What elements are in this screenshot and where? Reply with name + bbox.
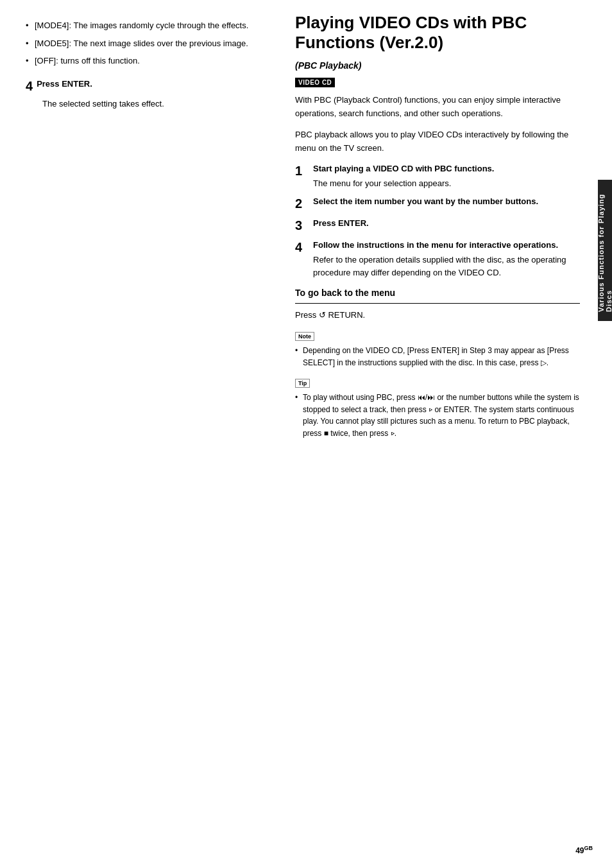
divider: [295, 303, 580, 304]
note-text: Depending on the VIDEO CD, [Press ENTER]…: [295, 345, 580, 369]
step4-number: 4: [26, 79, 33, 94]
step-heading-3: Press ENTER.: [313, 218, 580, 229]
left-column: [MODE4]: The images randomly cycle throu…: [0, 0, 282, 868]
step-desc-4: Refer to the operation details supplied …: [313, 254, 580, 279]
step-item-3: 3 Press ENTER.: [295, 218, 580, 233]
step-heading-2: Select the item number you want by the n…: [313, 196, 580, 207]
step-item-4: 4 Follow the instructions in the menu fo…: [295, 239, 580, 279]
back-to-menu-heading: To go back to the menu: [295, 288, 580, 298]
intro-text-1: With PBC (Playback Control) functions, y…: [295, 94, 580, 121]
step4-body: The selected setting takes effect.: [42, 98, 263, 110]
return-text: Press ↺ RETURN.: [295, 310, 365, 320]
tip-section: Tip To play without using PBC, press ⏮/⏭…: [295, 378, 580, 439]
step-num-1: 1: [295, 163, 309, 178]
return-line: Press ↺ RETURN.: [295, 309, 580, 322]
steps-section: 1 Start playing a VIDEO CD with PBC func…: [295, 163, 580, 279]
video-cd-badge: VIDEO CD: [295, 78, 335, 87]
left-step4: 4 Press ENTER. The selected setting take…: [26, 79, 263, 110]
step-content-2: Select the item number you want by the n…: [313, 196, 580, 210]
right-column: Playing VIDEO CDs with PBC Functions (Ve…: [282, 0, 612, 868]
list-item: [OFF]: turns off this function.: [26, 55, 263, 67]
page-container: [MODE4]: The images randomly cycle throu…: [0, 0, 612, 868]
page-num-value: 49: [575, 846, 584, 855]
step-content-3: Press ENTER.: [313, 218, 580, 232]
page-title: Playing VIDEO CDs with PBC Functions (Ve…: [295, 13, 580, 53]
tip-text: To play without using PBC, press ⏮/⏭ or …: [295, 392, 580, 439]
intro-text-2: PBC playback allows you to play VIDEO CD…: [295, 128, 580, 155]
bullet-list: [MODE4]: The images randomly cycle throu…: [26, 19, 263, 67]
note-section: Note Depending on the VIDEO CD, [Press E…: [295, 331, 580, 369]
step-item-1: 1 Start playing a VIDEO CD with PBC func…: [295, 163, 580, 190]
subtitle: (PBC Playback): [295, 60, 580, 71]
tip-label: Tip: [295, 379, 310, 388]
page-suffix: GB: [584, 845, 593, 851]
list-item: [MODE4]: The images randomly cycle throu…: [26, 19, 263, 32]
step-num-4: 4: [295, 239, 309, 255]
step-item-2: 2 Select the item number you want by the…: [295, 196, 580, 211]
step-content-4: Follow the instructions in the menu for …: [313, 239, 580, 279]
step4-title: Press ENTER.: [37, 79, 92, 89]
step-content-1: Start playing a VIDEO CD with PBC functi…: [313, 163, 580, 190]
note-label: Note: [295, 332, 314, 341]
step-heading-4: Follow the instructions in the menu for …: [313, 239, 580, 251]
step-num-2: 2: [295, 196, 309, 211]
side-tab: Various Functions for Playing Discs: [598, 180, 612, 321]
step-desc-1: The menu for your selection appears.: [313, 177, 580, 190]
step-heading-1: Start playing a VIDEO CD with PBC functi…: [313, 163, 580, 175]
list-item: [MODE5]: The next image slides over the …: [26, 37, 263, 50]
step-num-3: 3: [295, 218, 309, 233]
step4-row: 4 Press ENTER.: [26, 79, 263, 94]
page-number: 49GB: [575, 845, 593, 855]
